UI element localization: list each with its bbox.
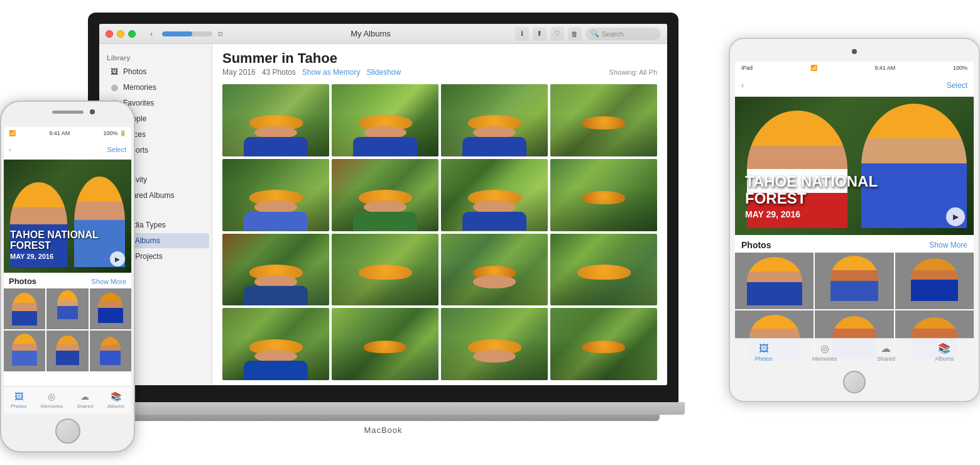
shared-tab-icon: ☁ <box>79 391 91 402</box>
body-shape <box>244 286 308 305</box>
ipad-photo-cell[interactable] <box>815 253 893 309</box>
ipad-tab-memories[interactable]: ◎ Memories <box>812 343 837 362</box>
photo-person-overlay <box>222 188 329 231</box>
minimize-button[interactable] <box>117 30 124 38</box>
iphone-photo-cell[interactable] <box>90 331 131 371</box>
iphone-photo-cell[interactable] <box>4 288 45 329</box>
slideshow-link[interactable]: Slideshow <box>366 68 401 77</box>
ipad-play-button[interactable]: ▶ <box>946 207 965 226</box>
iphone-section-header: Photos Show More <box>4 273 131 288</box>
iphone-select-button[interactable]: Select <box>107 146 126 153</box>
photo-person-overlay <box>222 113 329 156</box>
body-shape <box>244 212 308 231</box>
photo-cell[interactable] <box>332 234 438 306</box>
photo-person-overlay <box>550 188 657 231</box>
photo-cell[interactable] <box>222 234 329 306</box>
ipad-back-button[interactable]: ‹ <box>741 81 744 90</box>
iphone-photo-cell[interactable] <box>46 288 88 329</box>
photo-person-overlay <box>441 188 548 231</box>
macbook-base <box>82 402 685 415</box>
macbook-label: MacBook <box>88 425 678 435</box>
photo-person-overlay <box>332 188 438 231</box>
iphone-speaker <box>52 111 84 114</box>
ipad-hero-image[interactable]: TAHOE NATIONALFOREST MAY 29, 2016 ▶ <box>735 97 974 235</box>
ipad-tab-albums[interactable]: 📚 Albums <box>935 343 954 362</box>
carrier-signal: 📶 <box>9 130 16 136</box>
photo-person-overlay <box>550 337 657 380</box>
ipad-hero-text: TAHOE NATIONALFOREST MAY 29, 2016 <box>745 173 878 219</box>
iphone-tab-memories[interactable]: ◎ Memories <box>41 391 63 409</box>
iphone-photo-cell[interactable] <box>90 288 131 329</box>
macbook-device: ‹ ⊡ My Albums ℹ ⬆ ♡ 🗑 🔍 Search <box>88 13 678 440</box>
photo-cell[interactable] <box>222 84 329 156</box>
photo-cell[interactable] <box>441 234 548 306</box>
helmet-shape <box>359 265 412 280</box>
heart-icon[interactable]: ♡ <box>550 27 564 41</box>
ipad-home-button[interactable] <box>843 371 866 393</box>
ipad-navbar: ‹ Select <box>735 74 974 97</box>
photo-cell[interactable] <box>222 308 329 380</box>
iphone-back-button[interactable]: ‹ <box>9 146 11 153</box>
ipad-show-more[interactable]: Show More <box>929 241 967 249</box>
photo-cell[interactable] <box>332 84 438 156</box>
iphone-play-button[interactable]: ▶ <box>110 251 125 266</box>
back-chevron-icon: ‹ <box>9 146 11 153</box>
ipad-tab-shared[interactable]: ☁ Shared <box>877 343 895 362</box>
sidebar-item-memories[interactable]: ◎ Memories <box>102 80 209 95</box>
ipad-statusbar: iPad 📶 9:41 AM 100% <box>735 62 974 74</box>
iphone-camera <box>90 109 95 114</box>
info-icon[interactable]: ℹ <box>515 27 529 41</box>
ipad-hero-date: MAY 29, 2016 <box>745 209 878 219</box>
ipad-tab-photos[interactable]: 🖼 Photos <box>755 343 773 362</box>
photo-cell[interactable] <box>550 234 657 306</box>
ipad-photos-tab-icon: 🖼 <box>757 343 771 354</box>
photo-cell[interactable] <box>332 308 438 380</box>
progress-fill <box>162 31 192 36</box>
body-shape <box>244 361 308 380</box>
photo-cell[interactable] <box>222 159 329 231</box>
iphone-show-more[interactable]: Show More <box>91 278 126 285</box>
ipad-photo-cell[interactable] <box>895 253 974 309</box>
helmet-sm <box>582 116 625 129</box>
iphone-photo-grid <box>4 288 131 373</box>
ipad-tab-memories-label: Memories <box>812 356 837 362</box>
iphone-tab-shared[interactable]: ☁ Shared <box>77 391 94 409</box>
photo-cell[interactable] <box>441 84 548 156</box>
helmet-sm <box>582 341 625 354</box>
photo-cell[interactable] <box>550 308 657 380</box>
sidebar-item-photos[interactable]: 🖼 Photos <box>102 64 209 79</box>
iphone-home-button[interactable] <box>55 418 80 444</box>
show-as-memory-link[interactable]: Show as Memory <box>302 68 361 77</box>
sidebar-item-photos-label: Photos <box>123 67 146 76</box>
ipad-select-button[interactable]: Select <box>947 81 967 90</box>
iphone-tab-photos[interactable]: 🖼 Photos <box>11 391 26 409</box>
photo-person-overlay <box>441 262 548 305</box>
ipad-tab-photos-label: Photos <box>755 356 773 362</box>
photo-cell[interactable] <box>441 308 548 380</box>
iphone-photo-cell[interactable] <box>46 331 88 371</box>
albums-tab-icon: 📚 <box>109 391 122 402</box>
share-icon[interactable]: ⬆ <box>533 27 547 41</box>
iphone-hero-image[interactable]: TAHOE NATIONALFOREST MAY 29, 2016 ▶ <box>4 160 131 273</box>
iphone-time: 9:41 AM <box>49 130 70 136</box>
search-box[interactable]: 🔍 Search <box>585 28 661 40</box>
body-shape <box>244 137 308 156</box>
back-arrow[interactable]: ‹ <box>146 28 157 40</box>
photo-cell[interactable] <box>550 159 657 231</box>
close-button[interactable] <box>106 30 113 38</box>
iphone-photo-cell[interactable] <box>4 331 45 371</box>
photo-cell[interactable] <box>441 159 548 231</box>
iphone-tab-shared-label: Shared <box>77 403 94 409</box>
photo-cell[interactable] <box>332 159 438 231</box>
maximize-button[interactable] <box>128 30 136 38</box>
ipad-screen: iPad 📶 9:41 AM 100% ‹ Select TAHOE NATIO… <box>735 62 974 366</box>
iphone-hero-text: TAHOE NATIONALFOREST MAY 29, 2016 <box>10 229 99 260</box>
nav-controls: ‹ ⊡ <box>146 28 226 40</box>
iphone-tab-albums[interactable]: 📚 Albums <box>107 391 124 409</box>
photo-cell[interactable] <box>550 84 657 156</box>
delete-icon[interactable]: 🗑 <box>568 27 582 41</box>
ipad-photo-cell[interactable] <box>735 253 814 309</box>
photo-person-overlay <box>441 337 548 380</box>
ipad-albums-tab-icon: 📚 <box>937 343 951 354</box>
iphone-tab-memories-label: Memories <box>41 403 63 409</box>
